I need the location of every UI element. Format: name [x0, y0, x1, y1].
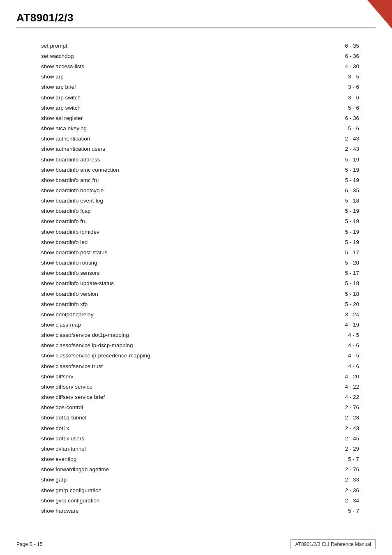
toc-content: set prompt6 - 35set watchdog6 - 36show a… [0, 28, 392, 549]
toc-row: show boardinfo fcap5 - 19 [16, 206, 376, 216]
toc-row: show arp switch3 - 6 [16, 92, 376, 103]
toc-entry-label: show boardinfo bootcycle [16, 185, 268, 196]
toc-row: show boardinfo event-log5 - 18 [16, 196, 376, 206]
toc-entry-ref: 4 - 22 [268, 382, 376, 392]
toc-entry-ref: 4 - 22 [268, 392, 376, 402]
toc-entry-label: show class-map [16, 320, 268, 330]
toc-entry-ref: 5 - 19 [268, 206, 376, 216]
toc-entry-label: show access-lists [16, 61, 268, 71]
toc-row: show arp brief3 - 6 [16, 82, 376, 92]
toc-row: show boardinfo led5 - 19 [16, 237, 376, 247]
toc-row: show classofservice ip-dscp-mapping4 - 6 [16, 341, 376, 351]
toc-row: show hardware5 - 7 [16, 506, 376, 516]
toc-entry-label: show boardinfo sensors [16, 268, 268, 278]
toc-row: show atca ekeying5 - 6 [16, 123, 376, 134]
toc-entry-ref: 5 - 20 [268, 258, 376, 268]
toc-entry-ref: 2 - 34 [268, 495, 376, 506]
toc-row: show boardinfo fru5 - 19 [16, 216, 376, 227]
toc-entry-ref: 4 - 5 [268, 330, 376, 340]
toc-row: show boardinfo ipmidev5 - 19 [16, 227, 376, 237]
toc-entry-ref: 3 - 24 [268, 309, 376, 320]
toc-entry-label: show boardinfo xfp [16, 299, 268, 309]
toc-entry-ref: 2 - 43 [268, 144, 376, 154]
toc-entry-label: show authentication users [16, 144, 268, 154]
toc-row: show authentication users2 - 43 [16, 144, 376, 154]
toc-table: set prompt6 - 35set watchdog6 - 36show a… [16, 41, 376, 516]
toc-row: show asi register6 - 36 [16, 113, 376, 123]
toc-entry-label: show boardinfo update-status [16, 279, 268, 289]
page-footer: Page B - 15 AT8901/2/3 CLI Reference Man… [0, 531, 392, 555]
toc-entry-label: set prompt [16, 41, 268, 51]
toc-entry-ref: 4 - 30 [268, 61, 376, 71]
toc-entry-label: show authentication [16, 134, 268, 144]
toc-entry-ref: 5 - 19 [268, 237, 376, 247]
toc-entry-label: show boardinfo fru [16, 216, 268, 227]
toc-entry-ref: 4 - 5 [268, 351, 376, 361]
toc-entry-ref: 6 - 36 [268, 113, 376, 123]
toc-entry-label: show boardinfo amc fru [16, 175, 268, 185]
toc-entry-label: show arp switch [16, 103, 268, 113]
page-header: AT8901/2/3 [0, 0, 392, 24]
page-container: AT8901/2/3 set prompt6 - 35set watchdog6… [0, 0, 392, 555]
toc-entry-label: show boardinfo event-log [16, 196, 268, 206]
toc-row: show classofservice dot1p-mapping4 - 5 [16, 330, 376, 340]
toc-row: show access-lists4 - 30 [16, 61, 376, 71]
toc-entry-label: show arp [16, 71, 268, 82]
toc-row: show forwardingdb agetime2 - 76 [16, 464, 376, 474]
toc-entry-ref: 4 - 20 [268, 371, 376, 382]
toc-entry-ref: 2 - 28 [268, 413, 376, 423]
toc-row: show dos-control2 - 76 [16, 402, 376, 412]
toc-entry-ref: 5 - 18 [268, 279, 376, 289]
toc-entry-ref: 5 - 20 [268, 299, 376, 309]
toc-entry-label: show classofservice dot1p-mapping [16, 330, 268, 340]
page-title: AT8901/2/3 [16, 12, 376, 24]
toc-row: show classofservice ip-precedence-mappin… [16, 351, 376, 361]
toc-row: show arp3 - 5 [16, 71, 376, 82]
toc-row: show dot1x2 - 43 [16, 423, 376, 433]
footer-content: Page B - 15 AT8901/2/3 CLI Reference Man… [16, 539, 376, 549]
toc-entry-ref: 2 - 33 [268, 475, 376, 485]
toc-entry-label: show dos-control [16, 402, 268, 412]
toc-entry-ref: 5 - 7 [268, 454, 376, 464]
toc-entry-label: show diffserv service [16, 382, 268, 392]
toc-row: show boardinfo amc connection5 - 19 [16, 165, 376, 175]
toc-entry-label: show boardinfo address [16, 154, 268, 165]
toc-row: show boardinfo amc fru5 - 19 [16, 175, 376, 185]
toc-entry-label: show forwardingdb agetime [16, 464, 268, 474]
toc-entry-ref: 2 - 76 [268, 402, 376, 412]
toc-entry-ref: 2 - 76 [268, 464, 376, 474]
footer-manual-title: AT8901/2/3 CLI Reference Manual [291, 539, 376, 549]
toc-entry-ref: 3 - 6 [268, 82, 376, 92]
toc-entry-ref: 5 - 17 [268, 247, 376, 258]
toc-row: show boardinfo sensors5 - 17 [16, 268, 376, 278]
toc-entry-label: show gvrp configuration [16, 495, 268, 506]
toc-entry-label: show asi register [16, 113, 268, 123]
toc-row: show arp switch5 - 6 [16, 103, 376, 113]
toc-entry-ref: 3 - 5 [268, 71, 376, 82]
toc-entry-label: show bootpdhcprelay [16, 309, 268, 320]
toc-row: show boardinfo version5 - 18 [16, 289, 376, 299]
toc-entry-label: show dot1q-tunnel [16, 413, 268, 423]
toc-row: show bootpdhcprelay3 - 24 [16, 309, 376, 320]
toc-entry-label: show gmrp configuration [16, 485, 268, 495]
toc-entry-label: show boardinfo routing [16, 258, 268, 268]
toc-entry-ref: 5 - 19 [268, 175, 376, 185]
toc-row: show classofservice trust4 - 6 [16, 361, 376, 371]
toc-entry-ref: 5 - 17 [268, 268, 376, 278]
toc-entry-ref: 6 - 36 [268, 51, 376, 61]
toc-entry-label: show classofservice ip-precedence-mappin… [16, 351, 268, 361]
toc-entry-label: show dot1x [16, 423, 268, 433]
toc-entry-label: show boardinfo fcap [16, 206, 268, 216]
toc-row: show diffserv4 - 20 [16, 371, 376, 382]
footer-page-label: Page B - 15 [16, 541, 42, 547]
toc-row: show authentication2 - 43 [16, 134, 376, 144]
toc-entry-ref: 5 - 19 [268, 154, 376, 165]
toc-entry-label: show dvlan-tunnel [16, 444, 268, 454]
toc-entry-label: show boardinfo version [16, 289, 268, 299]
toc-row: show boardinfo address5 - 19 [16, 154, 376, 165]
toc-row: show boardinfo post-status5 - 17 [16, 247, 376, 258]
toc-entry-ref: 2 - 36 [268, 485, 376, 495]
toc-entry-ref: 5 - 18 [268, 196, 376, 206]
toc-entry-ref: 5 - 6 [268, 103, 376, 113]
toc-row: show dot1x users2 - 45 [16, 433, 376, 444]
